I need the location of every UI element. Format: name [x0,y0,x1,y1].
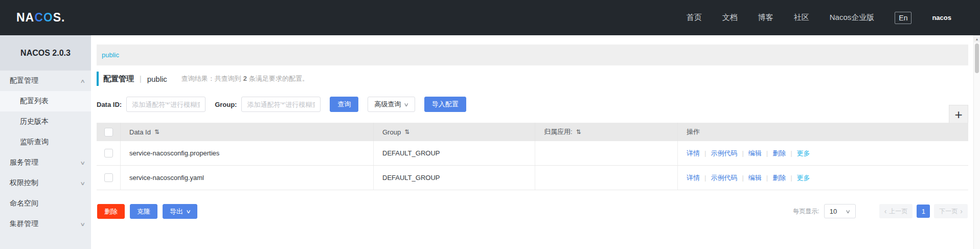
sidebar-item-label: 配置列表 [20,97,49,106]
bulk-delete-button[interactable]: 删除 [97,204,125,219]
sort-icon[interactable]: ⇅ [576,128,581,135]
delete-link[interactable]: 删除 [762,173,786,183]
sidebar-item-history-versions[interactable]: 历史版本 [0,111,91,132]
chevron-down-icon: ∨ [845,209,851,214]
cell-group: DEFAULT_GROUP [374,141,535,165]
header-group-label: Group [382,128,401,136]
nav-link-docs[interactable]: 文档 [722,13,738,22]
result-prefix: 查询结果：共查询到 [181,75,241,82]
query-button[interactable]: 查询 [330,97,358,112]
data-id-input[interactable] [126,97,206,112]
page-number-current[interactable]: 1 [917,205,930,218]
nacos-logo[interactable]: NACOS. [16,11,65,25]
config-table: Data Id ⇅ Group ⇅ 归属应用: ⇅ 操作 service-nac… [97,123,968,190]
nav-link-home[interactable]: 首页 [687,13,702,22]
nav-link-enterprise[interactable]: Nacos企业版 [830,13,875,22]
nav-link-blog[interactable]: 博客 [758,13,773,22]
pagination: 每页显示: 10 ∨ ‹ 上一页 1 下一页 › [793,204,968,218]
scrollbar-thumb[interactable] [975,43,979,73]
namespace-tab-public[interactable]: public [102,51,119,59]
pager: ‹ 上一页 1 下一页 › [879,204,968,218]
select-all-checkbox[interactable] [104,128,113,137]
header-data-id-label: Data Id [129,128,151,136]
sidebar-item-config-list[interactable]: 配置列表 [0,91,91,111]
detail-link[interactable]: 详情 [687,173,700,183]
row-checkbox[interactable] [104,173,113,182]
user-menu[interactable]: nacos [932,14,951,21]
next-page-label: 下一页 [939,207,958,216]
export-button[interactable]: 导出 ∨ [163,204,197,219]
vertical-scrollbar: ▲ [973,35,980,249]
cell-group: DEFAULT_GROUP [374,166,535,190]
title-separator: | [140,75,142,83]
sidebar-version: NACOS 2.0.3 [0,35,91,71]
sidebar-item-service-management[interactable]: 服务管理 ∨ [0,152,91,173]
row-checkbox-cell [97,166,121,190]
delete-link[interactable]: 删除 [762,149,786,158]
advanced-query-button[interactable]: 高级查询 ∨ [368,97,415,112]
prev-page-button[interactable]: ‹ 上一页 [879,204,913,218]
sort-icon[interactable]: ⇅ [404,128,409,135]
data-id-label: Data ID: [97,101,122,108]
chevron-up-icon: ∧ [80,78,85,84]
sidebar-item-cluster-management[interactable]: 集群管理 ∨ [0,214,91,234]
language-toggle[interactable]: En [895,12,911,24]
clone-button[interactable]: 克隆 [130,204,157,219]
scroll-up-arrow-icon[interactable]: ▲ [974,35,980,42]
more-link[interactable]: 更多 [786,173,810,183]
page-header: 配置管理 | public 查询结果：共查询到2条满足要求的配置。 [97,71,309,86]
table-header-row: Data Id ⇅ Group ⇅ 归属应用: ⇅ 操作 [97,123,968,141]
sidebar-item-permission-control[interactable]: 权限控制 ∨ [0,173,91,193]
prev-page-label: 上一页 [889,207,907,216]
header-actions: 操作 [678,123,968,141]
sample-code-link[interactable]: 示例代码 [700,149,737,158]
sidebar-item-label: 配置管理 [10,76,38,85]
logo-infinity-icon: CO [34,11,53,25]
sidebar-item-namespace[interactable]: 命名空间 [0,193,91,214]
sidebar-item-label: 监听查询 [20,138,49,147]
cell-data-id: service-nacosconfig.yaml [121,166,374,190]
add-config-button[interactable]: + [949,105,968,124]
header-app-label: 归属应用: [544,127,573,137]
chevron-down-icon: ∨ [80,180,85,186]
edit-link[interactable]: 编辑 [737,173,761,183]
row-checkbox-cell [97,141,121,165]
sidebar-item-listening-query[interactable]: 监听查询 [0,132,91,152]
more-link[interactable]: 更多 [786,149,810,158]
next-page-button[interactable]: 下一页 › [934,204,968,218]
page-size-select[interactable]: 10 ∨ [824,204,856,218]
page-size-value: 10 [830,208,837,215]
logo-text: NA [16,11,34,25]
edit-link[interactable]: 编辑 [737,149,761,158]
advanced-query-label: 高级查询 [374,100,401,109]
nav-menu: 首页 文档 博客 社区 Nacos企业版 En nacos [687,12,951,24]
sort-icon[interactable]: ⇅ [154,128,159,135]
row-checkbox[interactable] [104,149,113,157]
chevron-down-icon: ∨ [80,221,85,227]
detail-link[interactable]: 详情 [687,149,700,158]
result-suffix: 条满足要求的配置。 [249,75,309,82]
cell-app [535,166,678,190]
chevron-down-icon: ∨ [80,160,85,166]
header-actions-label: 操作 [687,127,700,137]
sample-code-link[interactable]: 示例代码 [700,173,737,183]
group-input[interactable] [241,97,321,112]
sidebar: NACOS 2.0.3 配置管理 ∧ 配置列表 历史版本 监听查询 服务管理 ∨… [0,35,91,249]
chevron-down-icon: ∨ [186,209,191,214]
import-config-button[interactable]: 导入配置 [424,97,466,112]
namespace-tabbar: public [97,44,968,65]
title-accent-bar [97,72,99,86]
sidebar-item-config-management[interactable]: 配置管理 ∧ [0,71,91,91]
bulk-actions: 删除 克隆 导出 ∨ [97,204,197,219]
cell-app [535,141,678,165]
sidebar-item-label: 服务管理 [10,158,38,167]
top-nav: NACOS. 首页 文档 博客 社区 Nacos企业版 En nacos [0,0,980,35]
chevron-down-icon: ∨ [404,102,409,107]
chevron-left-icon: ‹ [884,208,887,215]
query-result-text: 查询结果：共查询到2条满足要求的配置。 [181,74,309,83]
table-row: service-nacosconfig.yaml DEFAULT_GROUP 详… [97,166,968,190]
page-size-label: 每页显示: [793,207,819,216]
search-bar: Data ID: Group: 查询 高级查询 ∨ 导入配置 [97,97,466,112]
cell-actions: 详情 示例代码 编辑 删除 更多 [678,166,968,190]
nav-link-community[interactable]: 社区 [794,13,809,22]
